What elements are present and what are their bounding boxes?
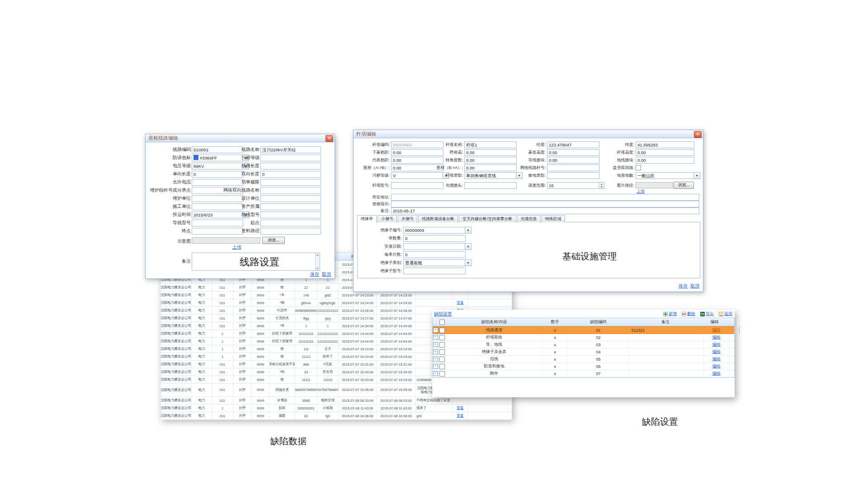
edit-link[interactable]: 编辑 xyxy=(712,327,721,333)
expand-icon[interactable]: + xyxy=(433,357,438,362)
row-checkbox[interactable] xyxy=(439,342,445,348)
defect-row[interactable]: +防雷和接地x06编辑 xyxy=(433,363,734,370)
form-field-input[interactable]: 0.00 xyxy=(464,157,517,164)
close-icon[interactable]: ✕ xyxy=(694,131,702,138)
edit-link[interactable]: 编辑 xyxy=(712,349,721,355)
expand-icon[interactable]: + xyxy=(433,335,438,340)
form-field-input[interactable]: 0.00 xyxy=(636,157,694,164)
form-field-input[interactable]: 汶川220kV开关站 xyxy=(260,146,321,153)
form-field-input[interactable] xyxy=(403,268,466,274)
form-checkbox[interactable] xyxy=(636,165,641,170)
tab-6[interactable]: 光缆信息 xyxy=(517,215,541,222)
defect-row[interactable]: +拉线x05编辑 xyxy=(433,356,734,363)
defect-row[interactable]: +导、地线x03编辑 xyxy=(433,341,734,348)
form-field-input[interactable] xyxy=(260,203,321,210)
edit-link[interactable]: 编辑 xyxy=(712,356,721,362)
select-all-checkbox[interactable] xyxy=(439,320,445,325)
defect-row[interactable]: +绝缘子及金具x04编辑 xyxy=(433,348,734,356)
defect-row[interactable]: +线路通道x01312321编辑 xyxy=(433,326,734,334)
form-field-input[interactable]: 0 xyxy=(260,171,321,178)
form-field-input[interactable]: 2015-06-17 xyxy=(391,207,699,214)
form-field-input[interactable]: 0.00 xyxy=(464,165,517,171)
expand-icon[interactable]: + xyxy=(433,328,438,333)
form-field-input[interactable] xyxy=(260,220,321,226)
scroll-up-icon[interactable]: ▲ xyxy=(316,253,319,257)
row-checkbox[interactable] xyxy=(439,335,445,340)
browse-button[interactable]: 浏览... xyxy=(262,237,285,244)
form-field-input[interactable]: 41.695293 xyxy=(636,141,694,148)
toolbar-back-button[interactable]: ⌂返回 xyxy=(719,311,732,317)
form-field-input[interactable]: 15▲▼ xyxy=(547,182,604,189)
textarea-scrollbar[interactable]: ▲ ▼ xyxy=(315,253,320,270)
form-field-input[interactable] xyxy=(547,172,599,179)
form-field-input[interactable] xyxy=(391,194,699,201)
form-field-input[interactable] xyxy=(391,201,699,207)
row-checkbox[interactable] xyxy=(439,371,445,376)
browse-button[interactable]: 浏览... xyxy=(674,182,694,189)
form-field-select[interactable]: 一般山区▼ xyxy=(636,172,700,179)
expand-icon[interactable]: + xyxy=(433,364,438,369)
form-field-input[interactable] xyxy=(464,182,517,189)
toolbar-export-button[interactable]: 导出 xyxy=(700,311,714,317)
form-field-select[interactable]: 00000004▼ xyxy=(403,227,472,234)
row-checkbox[interactable] xyxy=(439,364,445,369)
form-field-input[interactable] xyxy=(260,187,321,194)
edit-link[interactable]: 编辑 xyxy=(712,334,721,340)
table-cell: 刘宇 xyxy=(233,307,252,314)
form-field-input[interactable] xyxy=(260,212,321,218)
form-field-input[interactable] xyxy=(547,165,599,171)
save-button[interactable]: 保存 xyxy=(310,271,319,277)
tab-3[interactable]: 大侧号 xyxy=(398,215,417,222)
cancel-button[interactable]: 取消 xyxy=(690,283,699,289)
expand-icon[interactable]: + xyxy=(433,371,438,376)
expand-icon[interactable]: + xyxy=(433,349,438,354)
tab-2[interactable]: 小侧号 xyxy=(377,215,397,222)
form-field-input[interactable]: 0.00 xyxy=(547,157,599,164)
row-checkbox[interactable] xyxy=(439,357,445,362)
chevron-down-icon[interactable]: ▼ xyxy=(693,173,700,179)
expand-icon[interactable]: + xyxy=(433,342,438,347)
form-field-input[interactable]: 123.479047 xyxy=(547,141,599,148)
defect-settings-title-link[interactable]: 缺陷设置 xyxy=(434,311,452,317)
scroll-down-icon[interactable]: ▼ xyxy=(316,267,319,270)
form-field-input[interactable]: 0 xyxy=(403,251,466,258)
toolbar-add-button[interactable]: 新增 xyxy=(663,311,677,317)
form-field-input[interactable] xyxy=(260,228,321,235)
row-checkbox[interactable] xyxy=(439,328,445,333)
toolbar-delete-button[interactable]: 删除 xyxy=(682,311,695,317)
tab-7[interactable]: 特殊区域 xyxy=(542,215,565,222)
form-field-value: 0 xyxy=(405,236,407,241)
form-field-input[interactable]: 0.00 xyxy=(636,149,694,156)
form-field-input[interactable]: 0 xyxy=(403,235,466,242)
view-link[interactable]: 查看 xyxy=(457,406,464,410)
tab-5[interactable]: 交叉跨越台帐/交跨测量台帐 xyxy=(459,215,516,222)
view-link[interactable]: 查看 xyxy=(457,414,464,418)
form-field-input[interactable]: 杆塔1 xyxy=(464,141,517,148)
form-field-input[interactable] xyxy=(260,195,321,202)
tab-4[interactable]: 线路附属设备台帐 xyxy=(418,215,458,222)
view-link[interactable]: 查看 xyxy=(457,301,464,305)
upload-link[interactable]: 上传 xyxy=(232,244,241,250)
chevron-down-icon[interactable]: ▼ xyxy=(465,260,471,266)
form-field-input[interactable] xyxy=(260,179,321,186)
form-field-select[interactable]: 普通瓷瓶▼ xyxy=(403,259,472,266)
close-icon[interactable]: ✕ xyxy=(326,135,333,142)
cancel-button[interactable]: 取消 xyxy=(322,271,331,277)
form-field-input[interactable]: 0.00 xyxy=(464,149,517,156)
form-field-input[interactable]: 0.00 xyxy=(547,149,599,156)
edit-link[interactable]: 编辑 xyxy=(712,371,721,376)
chevron-down-icon[interactable]: ▼ xyxy=(465,244,471,249)
defect-row[interactable]: +附件x07编辑 xyxy=(433,370,734,377)
form-field-input[interactable] xyxy=(260,163,321,169)
save-button[interactable]: 保存 xyxy=(679,283,688,289)
row-checkbox[interactable] xyxy=(439,349,445,355)
table-cell: 刘宇 xyxy=(233,397,252,404)
form-field-select[interactable]: ▼ xyxy=(403,243,472,250)
table-cell: 电力 xyxy=(192,404,212,412)
chevron-down-icon[interactable]: ▼ xyxy=(465,227,471,233)
defect-row[interactable]: +杆塔部份x02编辑 xyxy=(433,334,734,341)
edit-link[interactable]: 编辑 xyxy=(712,363,721,369)
form-field-input[interactable] xyxy=(260,155,321,161)
edit-link[interactable]: 编辑 xyxy=(712,342,721,348)
tab-1[interactable]: 绝缘串 xyxy=(357,215,377,223)
